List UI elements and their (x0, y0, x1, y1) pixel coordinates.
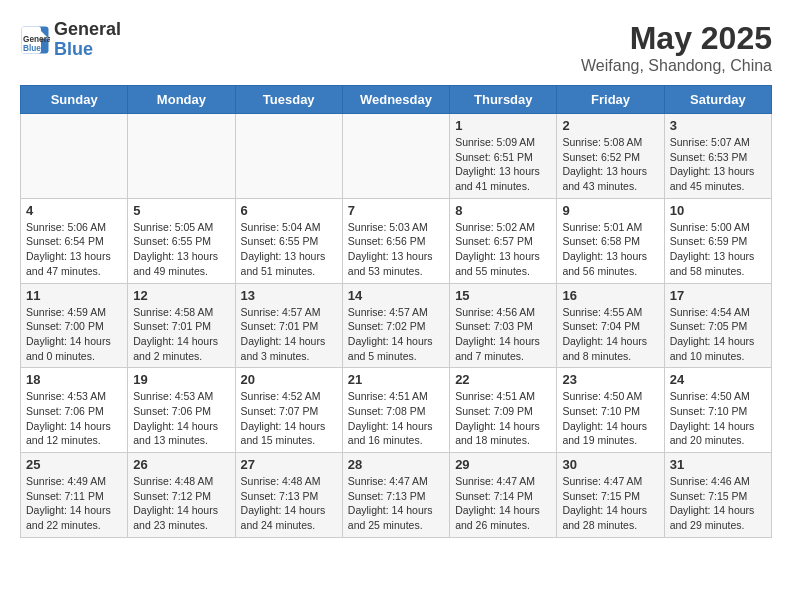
day-number: 26 (133, 457, 229, 472)
day-info: Sunrise: 5:07 AMSunset: 6:53 PMDaylight:… (670, 135, 766, 194)
day-number: 17 (670, 288, 766, 303)
calendar-week-3: 11Sunrise: 4:59 AMSunset: 7:00 PMDayligh… (21, 283, 772, 368)
day-info: Sunrise: 4:51 AMSunset: 7:09 PMDaylight:… (455, 389, 551, 448)
day-header-friday: Friday (557, 86, 664, 114)
day-header-sunday: Sunday (21, 86, 128, 114)
day-info: Sunrise: 5:06 AMSunset: 6:54 PMDaylight:… (26, 220, 122, 279)
calendar-cell (128, 114, 235, 199)
calendar-cell: 2Sunrise: 5:08 AMSunset: 6:52 PMDaylight… (557, 114, 664, 199)
calendar-cell (21, 114, 128, 199)
logo: General Blue General Blue (20, 20, 121, 60)
calendar-cell: 22Sunrise: 4:51 AMSunset: 7:09 PMDayligh… (450, 368, 557, 453)
calendar-cell: 31Sunrise: 4:46 AMSunset: 7:15 PMDayligh… (664, 453, 771, 538)
calendar-header-row: SundayMondayTuesdayWednesdayThursdayFrid… (21, 86, 772, 114)
day-number: 16 (562, 288, 658, 303)
day-info: Sunrise: 4:49 AMSunset: 7:11 PMDaylight:… (26, 474, 122, 533)
calendar-cell: 17Sunrise: 4:54 AMSunset: 7:05 PMDayligh… (664, 283, 771, 368)
day-number: 25 (26, 457, 122, 472)
day-info: Sunrise: 4:47 AMSunset: 7:13 PMDaylight:… (348, 474, 444, 533)
calendar-week-2: 4Sunrise: 5:06 AMSunset: 6:54 PMDaylight… (21, 198, 772, 283)
day-number: 8 (455, 203, 551, 218)
calendar-table: SundayMondayTuesdayWednesdayThursdayFrid… (20, 85, 772, 538)
calendar-cell: 23Sunrise: 4:50 AMSunset: 7:10 PMDayligh… (557, 368, 664, 453)
day-number: 14 (348, 288, 444, 303)
day-number: 29 (455, 457, 551, 472)
calendar-week-5: 25Sunrise: 4:49 AMSunset: 7:11 PMDayligh… (21, 453, 772, 538)
calendar-cell: 12Sunrise: 4:58 AMSunset: 7:01 PMDayligh… (128, 283, 235, 368)
day-info: Sunrise: 4:55 AMSunset: 7:04 PMDaylight:… (562, 305, 658, 364)
day-number: 27 (241, 457, 337, 472)
day-number: 13 (241, 288, 337, 303)
day-number: 21 (348, 372, 444, 387)
calendar-cell: 9Sunrise: 5:01 AMSunset: 6:58 PMDaylight… (557, 198, 664, 283)
calendar-cell: 14Sunrise: 4:57 AMSunset: 7:02 PMDayligh… (342, 283, 449, 368)
logo-icon: General Blue (20, 25, 50, 55)
day-number: 20 (241, 372, 337, 387)
calendar-cell: 18Sunrise: 4:53 AMSunset: 7:06 PMDayligh… (21, 368, 128, 453)
day-info: Sunrise: 4:53 AMSunset: 7:06 PMDaylight:… (26, 389, 122, 448)
page-header: General Blue General Blue May 2025 Weifa… (20, 20, 772, 75)
calendar-cell: 26Sunrise: 4:48 AMSunset: 7:12 PMDayligh… (128, 453, 235, 538)
calendar-cell: 8Sunrise: 5:02 AMSunset: 6:57 PMDaylight… (450, 198, 557, 283)
day-info: Sunrise: 4:57 AMSunset: 7:01 PMDaylight:… (241, 305, 337, 364)
day-header-wednesday: Wednesday (342, 86, 449, 114)
calendar-cell: 28Sunrise: 4:47 AMSunset: 7:13 PMDayligh… (342, 453, 449, 538)
day-number: 1 (455, 118, 551, 133)
day-info: Sunrise: 5:05 AMSunset: 6:55 PMDaylight:… (133, 220, 229, 279)
day-number: 19 (133, 372, 229, 387)
day-info: Sunrise: 4:46 AMSunset: 7:15 PMDaylight:… (670, 474, 766, 533)
calendar-cell: 7Sunrise: 5:03 AMSunset: 6:56 PMDaylight… (342, 198, 449, 283)
calendar-cell: 6Sunrise: 5:04 AMSunset: 6:55 PMDaylight… (235, 198, 342, 283)
calendar-cell: 5Sunrise: 5:05 AMSunset: 6:55 PMDaylight… (128, 198, 235, 283)
day-header-monday: Monday (128, 86, 235, 114)
calendar-cell: 13Sunrise: 4:57 AMSunset: 7:01 PMDayligh… (235, 283, 342, 368)
calendar-cell: 21Sunrise: 4:51 AMSunset: 7:08 PMDayligh… (342, 368, 449, 453)
calendar-week-1: 1Sunrise: 5:09 AMSunset: 6:51 PMDaylight… (21, 114, 772, 199)
day-number: 22 (455, 372, 551, 387)
day-info: Sunrise: 5:04 AMSunset: 6:55 PMDaylight:… (241, 220, 337, 279)
day-info: Sunrise: 5:02 AMSunset: 6:57 PMDaylight:… (455, 220, 551, 279)
day-info: Sunrise: 5:09 AMSunset: 6:51 PMDaylight:… (455, 135, 551, 194)
day-number: 3 (670, 118, 766, 133)
day-info: Sunrise: 4:51 AMSunset: 7:08 PMDaylight:… (348, 389, 444, 448)
day-info: Sunrise: 5:03 AMSunset: 6:56 PMDaylight:… (348, 220, 444, 279)
day-header-thursday: Thursday (450, 86, 557, 114)
location: Weifang, Shandong, China (581, 57, 772, 75)
day-info: Sunrise: 4:56 AMSunset: 7:03 PMDaylight:… (455, 305, 551, 364)
day-info: Sunrise: 4:48 AMSunset: 7:13 PMDaylight:… (241, 474, 337, 533)
calendar-cell (235, 114, 342, 199)
calendar-cell: 10Sunrise: 5:00 AMSunset: 6:59 PMDayligh… (664, 198, 771, 283)
day-number: 15 (455, 288, 551, 303)
calendar-cell: 16Sunrise: 4:55 AMSunset: 7:04 PMDayligh… (557, 283, 664, 368)
calendar-cell: 24Sunrise: 4:50 AMSunset: 7:10 PMDayligh… (664, 368, 771, 453)
day-info: Sunrise: 4:48 AMSunset: 7:12 PMDaylight:… (133, 474, 229, 533)
day-number: 24 (670, 372, 766, 387)
day-number: 5 (133, 203, 229, 218)
day-number: 30 (562, 457, 658, 472)
calendar-cell: 1Sunrise: 5:09 AMSunset: 6:51 PMDaylight… (450, 114, 557, 199)
logo-line2: Blue (54, 40, 121, 60)
day-info: Sunrise: 4:59 AMSunset: 7:00 PMDaylight:… (26, 305, 122, 364)
calendar-cell: 30Sunrise: 4:47 AMSunset: 7:15 PMDayligh… (557, 453, 664, 538)
day-number: 12 (133, 288, 229, 303)
day-number: 11 (26, 288, 122, 303)
day-info: Sunrise: 4:57 AMSunset: 7:02 PMDaylight:… (348, 305, 444, 364)
calendar-cell: 29Sunrise: 4:47 AMSunset: 7:14 PMDayligh… (450, 453, 557, 538)
day-number: 10 (670, 203, 766, 218)
calendar-cell: 25Sunrise: 4:49 AMSunset: 7:11 PMDayligh… (21, 453, 128, 538)
day-info: Sunrise: 5:08 AMSunset: 6:52 PMDaylight:… (562, 135, 658, 194)
calendar-cell: 3Sunrise: 5:07 AMSunset: 6:53 PMDaylight… (664, 114, 771, 199)
day-info: Sunrise: 5:00 AMSunset: 6:59 PMDaylight:… (670, 220, 766, 279)
day-info: Sunrise: 4:53 AMSunset: 7:06 PMDaylight:… (133, 389, 229, 448)
day-header-tuesday: Tuesday (235, 86, 342, 114)
calendar-week-4: 18Sunrise: 4:53 AMSunset: 7:06 PMDayligh… (21, 368, 772, 453)
calendar-cell: 11Sunrise: 4:59 AMSunset: 7:00 PMDayligh… (21, 283, 128, 368)
day-number: 4 (26, 203, 122, 218)
day-info: Sunrise: 4:58 AMSunset: 7:01 PMDaylight:… (133, 305, 229, 364)
calendar-cell: 27Sunrise: 4:48 AMSunset: 7:13 PMDayligh… (235, 453, 342, 538)
day-info: Sunrise: 4:52 AMSunset: 7:07 PMDaylight:… (241, 389, 337, 448)
calendar-cell: 19Sunrise: 4:53 AMSunset: 7:06 PMDayligh… (128, 368, 235, 453)
day-info: Sunrise: 4:47 AMSunset: 7:14 PMDaylight:… (455, 474, 551, 533)
day-info: Sunrise: 4:47 AMSunset: 7:15 PMDaylight:… (562, 474, 658, 533)
day-number: 23 (562, 372, 658, 387)
